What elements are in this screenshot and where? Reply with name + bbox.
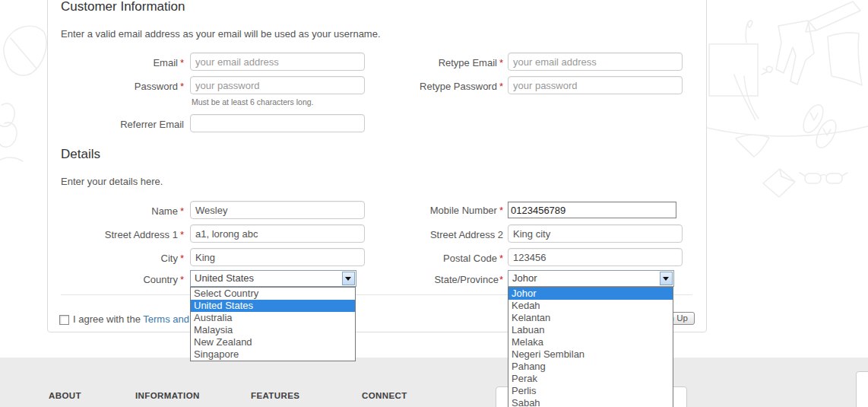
state-select[interactable]: Johor: [508, 270, 674, 287]
state-option[interactable]: Perak: [508, 373, 673, 385]
city-input[interactable]: [190, 248, 365, 266]
doodle-stem: [746, 21, 752, 43]
doodle-shirt: [828, 33, 862, 85]
required-marker: *: [499, 205, 503, 216]
doodle-pencil: [806, 2, 860, 32]
password-help-text: Must be at least 6 characters long.: [192, 97, 314, 107]
doodle-flipflop-straps: [810, 113, 831, 135]
required-marker: *: [499, 81, 503, 92]
doodle-wave: [707, 126, 868, 136]
required-marker: *: [499, 274, 503, 285]
postal-code-label: Postal Code*: [372, 253, 503, 264]
password-input[interactable]: [190, 76, 365, 94]
country-select[interactable]: United States: [190, 270, 356, 287]
state-option[interactable]: Melaka: [508, 336, 673, 348]
country-option[interactable]: New Zealand: [191, 336, 355, 348]
name-label: Name*: [53, 205, 184, 217]
name-input[interactable]: [190, 201, 365, 219]
doodle-sunglass-lens-2: [826, 173, 842, 183]
doodle-sunglass-bridge: [800, 173, 847, 176]
doodle-pants: [776, 21, 814, 84]
doodle-loops: [0, 103, 17, 147]
doodle-bow: [762, 66, 772, 75]
required-marker: *: [180, 274, 184, 285]
country-option-selected[interactable]: United States: [191, 300, 355, 312]
retype-password-input[interactable]: [508, 76, 683, 94]
doodle-box: [763, 169, 795, 197]
state-option[interactable]: Pahang: [508, 361, 673, 373]
state-option[interactable]: Negeri Sembilan: [508, 348, 673, 361]
customer-info-title: Customer Information: [61, 0, 185, 14]
required-marker: *: [180, 229, 184, 240]
footer-heading-features: FEATURES: [251, 391, 299, 400]
street-address-1-label: Street Address 1*: [53, 229, 184, 240]
footer-heading-about: ABOUT: [49, 391, 81, 400]
footer-right-panel: [856, 371, 868, 407]
postal-code-input[interactable]: [508, 248, 683, 266]
agree-checkbox[interactable]: [59, 315, 69, 325]
required-marker: *: [180, 253, 184, 264]
state-dropdown-list: Johor Kedah Kelantan Labuan Melaka Neger…: [508, 287, 673, 407]
doodle-folds: [734, 75, 759, 120]
password-label: Password*: [53, 81, 184, 92]
country-option[interactable]: Australia: [191, 312, 355, 324]
state-option[interactable]: Sabah: [508, 397, 673, 407]
mobile-number-input[interactable]: [508, 202, 676, 218]
doodle-flipflop-1: [800, 102, 827, 136]
mobile-number-label: Mobile Number*: [372, 205, 503, 216]
chevron-down-icon[interactable]: [660, 272, 673, 285]
country-option[interactable]: Select Country: [191, 288, 355, 300]
state-option[interactable]: Perlis: [508, 385, 673, 397]
street-address-2-label: Street Address 2: [372, 229, 503, 240]
country-option[interactable]: Singapore: [191, 348, 355, 361]
city-label: City*: [53, 253, 184, 264]
details-title: Details: [61, 147, 100, 162]
required-marker: *: [180, 57, 184, 68]
retype-email-input[interactable]: [508, 52, 683, 71]
required-marker: *: [499, 57, 503, 68]
doodle-flipflop-2: [813, 117, 840, 151]
state-select-value: Johor: [512, 272, 537, 284]
doodle-fan: [4, 26, 46, 75]
state-label: State/Province*: [372, 274, 503, 285]
email-label: Email*: [53, 57, 184, 68]
referrer-email-input[interactable]: [190, 114, 365, 132]
footer-heading-information: INFORMATION: [135, 391, 200, 400]
details-subtitle: Enter your details here.: [61, 176, 163, 187]
country-label: Country*: [53, 274, 184, 285]
registration-page: { "colors": { "highlight_blue": "#2f87e0…: [0, 0, 868, 407]
retype-email-label: Retype Email*: [372, 57, 503, 68]
state-option[interactable]: Kedah: [508, 300, 673, 312]
state-option[interactable]: Kelantan: [508, 312, 673, 324]
country-option[interactable]: Malaysia: [191, 324, 355, 336]
country-dropdown-list: Select Country United States Australia M…: [190, 287, 356, 361]
retype-password-label: Retype Password*: [372, 81, 503, 92]
street-address-2-input[interactable]: [508, 224, 683, 243]
required-marker: *: [180, 81, 184, 92]
doodle-curve: [0, 157, 23, 161]
chevron-down-icon[interactable]: [342, 272, 355, 285]
doodle-sunglass-lens-1: [805, 173, 821, 183]
state-option-selected[interactable]: Johor: [508, 288, 673, 300]
footer-heading-connect: CONNECT: [362, 391, 407, 400]
referrer-email-label: Referrer Email: [53, 119, 184, 130]
state-option[interactable]: Labuan: [508, 324, 673, 336]
doodle-bikini: [736, 135, 769, 157]
customer-info-subtitle: Enter a valid email address as your emai…: [61, 28, 381, 40]
required-marker: *: [180, 205, 184, 217]
email-input[interactable]: [190, 52, 365, 71]
footer: [0, 358, 868, 407]
country-select-value: United States: [195, 272, 254, 284]
required-marker: *: [499, 253, 503, 264]
doodle-tag: [709, 44, 758, 96]
street-address-1-input[interactable]: [190, 224, 365, 243]
